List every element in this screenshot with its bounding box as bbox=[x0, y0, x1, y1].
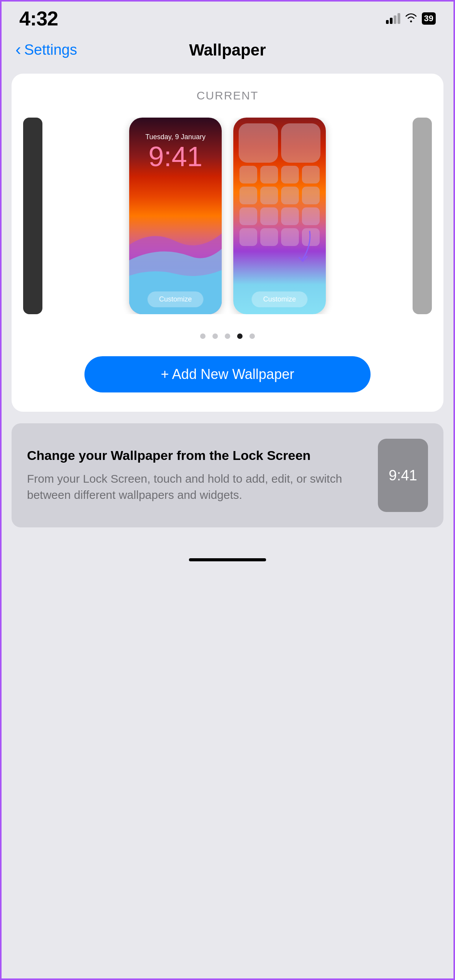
app-icon bbox=[281, 123, 320, 163]
back-label: Settings bbox=[24, 42, 77, 58]
app-icon bbox=[239, 207, 257, 225]
status-icons: 39 bbox=[386, 12, 436, 25]
app-icon bbox=[260, 228, 278, 246]
app-icon bbox=[239, 228, 257, 246]
app-icon bbox=[281, 187, 299, 204]
info-title: Change your Wallpaper from the Lock Scre… bbox=[27, 448, 366, 463]
page-dot-5 bbox=[249, 333, 255, 339]
page-dot-3 bbox=[225, 333, 230, 339]
app-icon bbox=[302, 187, 320, 204]
app-icon bbox=[239, 187, 257, 204]
app-icon bbox=[302, 166, 320, 184]
status-bar: 4:32 39 bbox=[0, 0, 455, 34]
app-icon bbox=[281, 166, 299, 184]
page-dot-4 bbox=[237, 333, 243, 339]
page-dot-2 bbox=[212, 333, 218, 339]
lock-time: 9:41 bbox=[129, 143, 222, 170]
side-phone-right bbox=[413, 118, 432, 314]
lockscreen-bg: Tuesday, 9 January 9:41 Customize bbox=[129, 118, 222, 314]
app-row-4 bbox=[238, 207, 321, 225]
lock-time-display: Tuesday, 9 January 9:41 bbox=[129, 133, 222, 170]
nav-bar: ‹ Settings Wallpaper bbox=[0, 34, 455, 66]
chevron-left-icon: ‹ bbox=[15, 41, 21, 58]
lock-date: Tuesday, 9 January bbox=[129, 133, 222, 141]
signal-icon bbox=[386, 13, 400, 24]
app-icon bbox=[281, 207, 299, 225]
home-indicator bbox=[189, 558, 266, 561]
app-icon bbox=[239, 123, 278, 163]
homescreen-phone: Customize bbox=[233, 118, 326, 314]
app-row-1 bbox=[238, 123, 321, 163]
app-row-2 bbox=[238, 166, 321, 184]
homescreen-bg: Customize bbox=[233, 118, 326, 314]
app-icon bbox=[260, 166, 278, 184]
page-dots bbox=[23, 333, 432, 339]
app-icon bbox=[302, 207, 320, 225]
info-phone-preview: 9:41 bbox=[378, 439, 428, 512]
app-row-3 bbox=[238, 187, 321, 204]
add-wallpaper-button[interactable]: + Add New Wallpaper bbox=[84, 356, 371, 392]
main-content: CURRENT Tuesday, 9 January 9:41 bbox=[0, 66, 455, 543]
page-dot-1 bbox=[200, 333, 206, 339]
app-icon bbox=[260, 207, 278, 225]
lockscreen-phone: Tuesday, 9 January 9:41 Customize bbox=[129, 118, 222, 314]
info-description: From your Lock Screen, touch and hold to… bbox=[27, 471, 366, 503]
previews-container: Tuesday, 9 January 9:41 Customize bbox=[23, 118, 432, 314]
current-label: CURRENT bbox=[23, 89, 432, 102]
battery-icon: 39 bbox=[422, 12, 436, 25]
app-icon bbox=[260, 187, 278, 204]
app-icon bbox=[239, 166, 257, 184]
homescreen-customize-button[interactable]: Customize bbox=[251, 291, 307, 307]
lockscreen-customize-button[interactable]: Customize bbox=[147, 291, 203, 307]
back-button[interactable]: ‹ Settings bbox=[15, 42, 77, 58]
status-time: 4:32 bbox=[19, 7, 58, 30]
wallpaper-card: CURRENT Tuesday, 9 January 9:41 bbox=[12, 74, 443, 412]
info-preview-time: 9:41 bbox=[389, 467, 417, 484]
wifi-icon bbox=[405, 13, 417, 24]
info-text-block: Change your Wallpaper from the Lock Scre… bbox=[27, 448, 366, 503]
side-phone-left bbox=[23, 118, 42, 314]
info-card: Change your Wallpaper from the Lock Scre… bbox=[12, 423, 443, 527]
page-title: Wallpaper bbox=[189, 41, 266, 59]
arrow-annotation bbox=[287, 228, 318, 268]
